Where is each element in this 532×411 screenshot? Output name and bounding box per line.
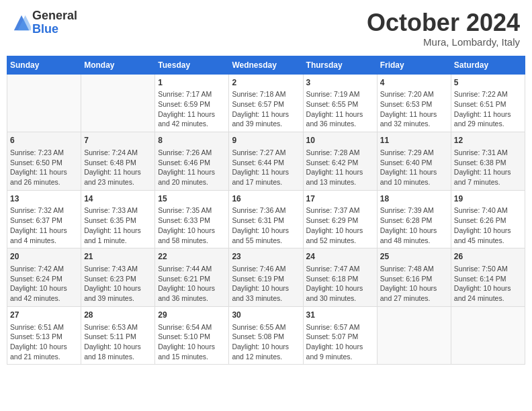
day-info: Sunrise: 6:54 AM Sunset: 5:10 PM Dayligh…	[158, 322, 226, 362]
table-row: 18Sunrise: 7:39 AM Sunset: 6:28 PM Dayli…	[377, 190, 451, 248]
day-number: 13	[10, 193, 78, 205]
day-info: Sunrise: 7:35 AM Sunset: 6:33 PM Dayligh…	[158, 205, 226, 245]
table-row: 8Sunrise: 7:26 AM Sunset: 6:46 PM Daylig…	[155, 132, 229, 191]
calendar-body: 1Sunrise: 7:17 AM Sunset: 6:59 PM Daylig…	[7, 74, 525, 365]
day-info: Sunrise: 7:37 AM Sunset: 6:29 PM Dayligh…	[306, 205, 374, 245]
calendar-header: Sunday Monday Tuesday Wednesday Thursday…	[7, 56, 525, 74]
table-row: 6Sunrise: 7:23 AM Sunset: 6:50 PM Daylig…	[7, 132, 81, 191]
day-info: Sunrise: 7:46 AM Sunset: 6:19 PM Dayligh…	[232, 264, 300, 304]
day-number: 21	[84, 251, 152, 263]
day-number: 24	[306, 251, 374, 263]
day-number: 3	[306, 77, 374, 89]
table-row: 22Sunrise: 7:44 AM Sunset: 6:21 PM Dayli…	[155, 248, 229, 307]
table-row	[451, 306, 525, 365]
col-tuesday: Tuesday	[155, 56, 229, 74]
day-number: 7	[84, 135, 152, 146]
table-row: 2Sunrise: 7:18 AM Sunset: 6:57 PM Daylig…	[229, 74, 303, 132]
day-number: 30	[232, 310, 300, 321]
col-wednesday: Wednesday	[229, 56, 303, 74]
day-info: Sunrise: 6:53 AM Sunset: 5:11 PM Dayligh…	[84, 322, 152, 362]
day-info: Sunrise: 7:32 AM Sunset: 6:37 PM Dayligh…	[10, 205, 78, 245]
day-number: 10	[306, 135, 374, 146]
day-info: Sunrise: 7:42 AM Sunset: 6:24 PM Dayligh…	[10, 264, 78, 304]
day-number: 5	[454, 77, 522, 89]
table-row: 11Sunrise: 7:29 AM Sunset: 6:40 PM Dayli…	[377, 132, 451, 191]
table-row	[81, 74, 155, 132]
day-info: Sunrise: 7:23 AM Sunset: 6:50 PM Dayligh…	[10, 148, 78, 187]
table-row: 15Sunrise: 7:35 AM Sunset: 6:33 PM Dayli…	[155, 190, 229, 248]
table-row: 29Sunrise: 6:54 AM Sunset: 5:10 PM Dayli…	[155, 306, 229, 365]
table-row: 23Sunrise: 7:46 AM Sunset: 6:19 PM Dayli…	[229, 248, 303, 307]
day-number: 12	[454, 135, 522, 146]
day-number: 20	[10, 251, 78, 263]
table-row: 20Sunrise: 7:42 AM Sunset: 6:24 PM Dayli…	[7, 248, 81, 307]
table-row	[7, 74, 81, 132]
day-number: 18	[380, 193, 448, 205]
day-number: 15	[158, 193, 226, 205]
day-number: 4	[380, 77, 448, 89]
day-info: Sunrise: 7:50 AM Sunset: 6:14 PM Dayligh…	[454, 264, 522, 304]
day-number: 16	[232, 193, 300, 205]
table-row: 9Sunrise: 7:27 AM Sunset: 6:44 PM Daylig…	[229, 132, 303, 191]
location-text: Mura, Lombardy, Italy	[367, 36, 520, 48]
table-row: 17Sunrise: 7:37 AM Sunset: 6:29 PM Dayli…	[303, 190, 377, 248]
day-number: 26	[454, 251, 522, 263]
calendar-row: 13Sunrise: 7:32 AM Sunset: 6:37 PM Dayli…	[7, 190, 525, 248]
day-info: Sunrise: 7:43 AM Sunset: 6:23 PM Dayligh…	[84, 264, 152, 304]
table-row: 3Sunrise: 7:19 AM Sunset: 6:55 PM Daylig…	[303, 74, 377, 132]
calendar-row: 6Sunrise: 7:23 AM Sunset: 6:50 PM Daylig…	[7, 132, 525, 191]
day-number: 28	[84, 310, 152, 321]
day-info: Sunrise: 7:36 AM Sunset: 6:31 PM Dayligh…	[232, 205, 300, 245]
col-friday: Friday	[377, 56, 451, 74]
table-row: 13Sunrise: 7:32 AM Sunset: 6:37 PM Dayli…	[7, 190, 81, 248]
day-number: 22	[158, 251, 226, 263]
table-row: 19Sunrise: 7:40 AM Sunset: 6:26 PM Dayli…	[451, 190, 525, 248]
calendar-table: Sunday Monday Tuesday Wednesday Thursday…	[7, 56, 525, 365]
day-info: Sunrise: 7:22 AM Sunset: 6:51 PM Dayligh…	[454, 89, 522, 129]
col-saturday: Saturday	[451, 56, 525, 74]
day-number: 17	[306, 193, 374, 205]
logo: General Blue	[12, 9, 77, 36]
logo-general-text: General	[32, 9, 77, 23]
day-info: Sunrise: 7:33 AM Sunset: 6:35 PM Dayligh…	[84, 205, 152, 245]
day-number: 27	[10, 310, 78, 321]
logo-text: General Blue	[32, 9, 77, 36]
table-row: 10Sunrise: 7:28 AM Sunset: 6:42 PM Dayli…	[303, 132, 377, 191]
table-row: 12Sunrise: 7:31 AM Sunset: 6:38 PM Dayli…	[451, 132, 525, 191]
day-info: Sunrise: 7:31 AM Sunset: 6:38 PM Dayligh…	[454, 148, 522, 187]
title-block: October 2024 Mura, Lombardy, Italy	[367, 9, 520, 48]
day-info: Sunrise: 7:44 AM Sunset: 6:21 PM Dayligh…	[158, 264, 226, 304]
day-number: 1	[158, 77, 226, 89]
day-number: 8	[158, 135, 226, 146]
table-row: 16Sunrise: 7:36 AM Sunset: 6:31 PM Dayli…	[229, 190, 303, 248]
table-row	[377, 306, 451, 365]
day-number: 11	[380, 135, 448, 146]
day-info: Sunrise: 7:28 AM Sunset: 6:42 PM Dayligh…	[306, 148, 374, 187]
day-number: 14	[84, 193, 152, 205]
table-row: 14Sunrise: 7:33 AM Sunset: 6:35 PM Dayli…	[81, 190, 155, 248]
day-info: Sunrise: 7:39 AM Sunset: 6:28 PM Dayligh…	[380, 205, 448, 245]
day-number: 6	[10, 135, 78, 146]
day-number: 23	[232, 251, 300, 263]
page-header: General Blue October 2024 Mura, Lombardy…	[7, 7, 525, 50]
table-row: 31Sunrise: 6:57 AM Sunset: 5:07 PM Dayli…	[303, 306, 377, 365]
day-info: Sunrise: 7:19 AM Sunset: 6:55 PM Dayligh…	[306, 89, 374, 129]
table-row: 7Sunrise: 7:24 AM Sunset: 6:48 PM Daylig…	[81, 132, 155, 191]
logo-icon	[12, 13, 31, 32]
month-title: October 2024	[367, 9, 520, 36]
table-row: 4Sunrise: 7:20 AM Sunset: 6:53 PM Daylig…	[377, 74, 451, 132]
day-number: 25	[380, 251, 448, 263]
day-number: 31	[306, 310, 374, 321]
day-info: Sunrise: 6:55 AM Sunset: 5:08 PM Dayligh…	[232, 322, 300, 362]
calendar-row: 1Sunrise: 7:17 AM Sunset: 6:59 PM Daylig…	[7, 74, 525, 132]
table-row: 5Sunrise: 7:22 AM Sunset: 6:51 PM Daylig…	[451, 74, 525, 132]
day-info: Sunrise: 7:48 AM Sunset: 6:16 PM Dayligh…	[380, 264, 448, 304]
day-info: Sunrise: 7:47 AM Sunset: 6:18 PM Dayligh…	[306, 264, 374, 304]
day-number: 19	[454, 193, 522, 205]
table-row: 28Sunrise: 6:53 AM Sunset: 5:11 PM Dayli…	[81, 306, 155, 365]
table-row: 27Sunrise: 6:51 AM Sunset: 5:13 PM Dayli…	[7, 306, 81, 365]
col-thursday: Thursday	[303, 56, 377, 74]
calendar-row: 27Sunrise: 6:51 AM Sunset: 5:13 PM Dayli…	[7, 306, 525, 365]
day-number: 2	[232, 77, 300, 89]
table-row: 30Sunrise: 6:55 AM Sunset: 5:08 PM Dayli…	[229, 306, 303, 365]
